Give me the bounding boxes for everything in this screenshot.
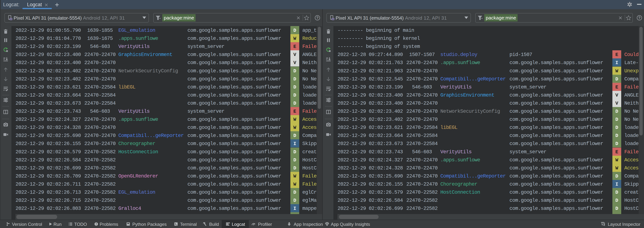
svg-text:?: ? <box>316 16 318 20</box>
svg-text:?: ? <box>638 16 640 20</box>
